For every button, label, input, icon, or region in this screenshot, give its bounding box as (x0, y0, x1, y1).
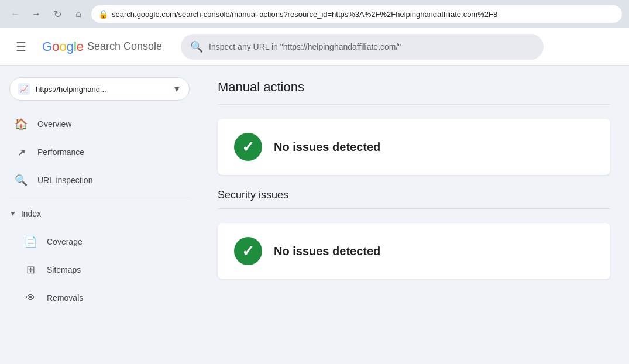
manual-actions-status-text: No issues detected (274, 140, 380, 154)
hamburger-icon: ☰ (16, 40, 26, 54)
sidebar-item-performance-label: Performance (37, 147, 84, 157)
sidebar-section-index-label: Index (21, 209, 41, 218)
security-check-icon: ✓ (242, 242, 255, 260)
sidebar-section-index[interactable]: ▼ Index (0, 200, 199, 228)
property-dropdown-arrow: ▼ (173, 84, 181, 94)
security-status-text: No issues detected (274, 245, 380, 258)
favicon-icon: 📈 (20, 85, 28, 93)
hamburger-menu-button[interactable]: ☰ (9, 35, 33, 59)
url-search-bar[interactable]: 🔍 Inspect any URL in "https://helpinghan… (181, 34, 544, 60)
home-button[interactable]: ⌂ (70, 6, 87, 22)
google-logo: Google (42, 39, 84, 54)
app-name: Search Console (87, 40, 162, 53)
removals-icon: 👁 (23, 293, 37, 303)
browser-chrome: ← → ↻ ⌂ 🔒 search.google.com/search-conso… (0, 0, 629, 28)
property-name: https://helpinghand... (36, 85, 167, 94)
sidebar: 📈 https://helpinghand... ▼ 🏠 Overview ↗ … (0, 66, 199, 364)
app-container: ☰ Google Search Console 🔍 Inspect any UR… (0, 28, 629, 364)
url-text: search.google.com/search-console/manual-… (112, 10, 497, 19)
url-inspection-icon: 🔍 (14, 174, 28, 187)
sidebar-item-overview[interactable]: 🏠 Overview (0, 110, 190, 138)
sidebar-item-overview-label: Overview (37, 119, 71, 129)
index-chevron-icon: ▼ (9, 210, 16, 218)
sidebar-item-url-inspection[interactable]: 🔍 URL inspection (0, 166, 190, 194)
back-button[interactable]: ← (7, 6, 23, 22)
content-area: Manual actions ✓ No issues detected Secu… (199, 66, 629, 364)
manual-actions-check-circle: ✓ (234, 133, 262, 161)
security-issues-status-card: ✓ No issues detected (218, 223, 610, 279)
security-issues-title: Security issues (218, 189, 610, 201)
coverage-icon: 📄 (23, 235, 37, 248)
forward-button[interactable]: → (28, 6, 44, 22)
sidebar-item-removals[interactable]: 👁 Removals (0, 284, 190, 312)
sidebar-item-sitemaps-label: Sitemaps (47, 265, 81, 274)
security-check-circle: ✓ (234, 237, 262, 265)
sidebar-item-coverage[interactable]: 📄 Coverage (0, 228, 190, 256)
manual-actions-status-card: ✓ No issues detected (218, 119, 610, 175)
property-favicon: 📈 (18, 83, 30, 95)
content-divider-1 (218, 104, 610, 105)
logo-area: Google Search Console (42, 39, 162, 54)
page-title: Manual actions (218, 80, 610, 95)
sidebar-item-coverage-label: Coverage (47, 237, 83, 246)
lock-icon: 🔒 (98, 9, 108, 19)
sidebar-item-sitemaps[interactable]: ⊞ Sitemaps (0, 256, 190, 284)
sitemaps-icon: ⊞ (23, 263, 37, 276)
home-icon: 🏠 (14, 118, 28, 131)
manual-actions-check-icon: ✓ (242, 138, 255, 156)
address-bar[interactable]: 🔒 search.google.com/search-console/manua… (91, 5, 622, 23)
sidebar-divider (9, 197, 190, 197)
sidebar-item-removals-label: Removals (47, 293, 83, 303)
sidebar-item-performance[interactable]: ↗ Performance (0, 138, 190, 166)
sidebar-item-url-inspection-label: URL inspection (37, 176, 92, 185)
search-icon: 🔍 (190, 40, 203, 53)
search-placeholder-text: Inspect any URL in "https://helpinghanda… (209, 42, 401, 51)
content-divider-2 (218, 208, 610, 209)
property-selector[interactable]: 📈 https://helpinghand... ▼ (9, 77, 190, 101)
main-area: 📈 https://helpinghand... ▼ 🏠 Overview ↗ … (0, 66, 629, 364)
performance-icon: ↗ (14, 147, 28, 158)
reload-button[interactable]: ↻ (49, 6, 66, 22)
top-bar: ☰ Google Search Console 🔍 Inspect any UR… (0, 28, 629, 66)
